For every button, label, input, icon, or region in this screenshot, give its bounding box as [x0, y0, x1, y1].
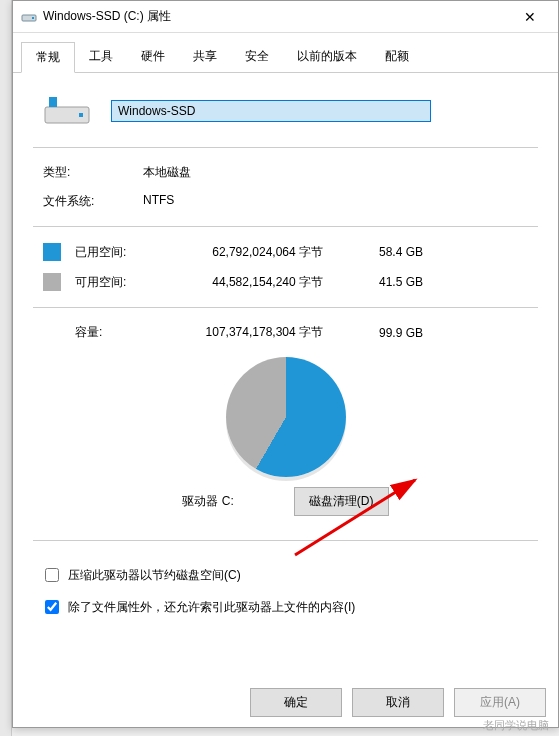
- used-human: 58.4 GB: [343, 245, 423, 259]
- drive-large-icon: [43, 93, 91, 129]
- watermark: 老同学说电脑: [483, 718, 549, 733]
- index-checkbox-row[interactable]: 除了文件属性外，还允许索引此驱动器上文件的内容(I): [41, 591, 538, 623]
- usage-pie-chart: [226, 357, 346, 477]
- free-swatch: [43, 273, 61, 291]
- tab-security[interactable]: 安全: [231, 42, 283, 73]
- capacity-human: 99.9 GB: [343, 326, 423, 340]
- separator: [33, 147, 538, 148]
- drive-caption: 驱动器 C:: [182, 493, 233, 510]
- filesystem-label: 文件系统:: [43, 193, 143, 210]
- properties-window: Windows-SSD (C:) 属性 ✕ 常规 工具 硬件 共享 安全 以前的…: [12, 0, 559, 728]
- tab-bar: 常规 工具 硬件 共享 安全 以前的版本 配额: [13, 37, 558, 73]
- tab-content: 类型: 本地磁盘 文件系统: NTFS 已用空间: 62,792,024,064…: [13, 73, 558, 637]
- type-row: 类型: 本地磁盘: [33, 158, 538, 187]
- filesystem-value: NTFS: [143, 193, 174, 210]
- tab-tools[interactable]: 工具: [75, 42, 127, 73]
- tab-general[interactable]: 常规: [21, 42, 75, 73]
- drive-icon: [21, 9, 37, 25]
- tab-hardware[interactable]: 硬件: [127, 42, 179, 73]
- separator: [33, 307, 538, 308]
- used-swatch: [43, 243, 61, 261]
- compress-checkbox-row[interactable]: 压缩此驱动器以节约磁盘空间(C): [41, 559, 538, 591]
- apply-button[interactable]: 应用(A): [454, 688, 546, 717]
- free-human: 41.5 GB: [343, 275, 423, 289]
- separator: [33, 540, 538, 541]
- pie-chart-wrap: [33, 357, 538, 477]
- svg-rect-1: [32, 17, 34, 19]
- tab-sharing[interactable]: 共享: [179, 42, 231, 73]
- tab-previous[interactable]: 以前的版本: [283, 42, 371, 73]
- ok-button[interactable]: 确定: [250, 688, 342, 717]
- capacity-label: 容量:: [75, 324, 153, 341]
- cleanup-row: 驱动器 C: 磁盘清理(D): [33, 487, 538, 516]
- free-label: 可用空间:: [75, 274, 153, 291]
- free-bytes: 44,582,154,240 字节: [153, 274, 343, 291]
- titlebar: Windows-SSD (C:) 属性 ✕: [13, 1, 558, 33]
- tab-quota[interactable]: 配额: [371, 42, 423, 73]
- used-bytes: 62,792,024,064 字节: [153, 244, 343, 261]
- drive-name-input[interactable]: [111, 100, 431, 122]
- dialog-footer: 确定 取消 应用(A): [250, 688, 546, 717]
- capacity-bytes: 107,374,178,304 字节: [153, 324, 343, 341]
- type-label: 类型:: [43, 164, 143, 181]
- type-value: 本地磁盘: [143, 164, 191, 181]
- filesystem-row: 文件系统: NTFS: [33, 187, 538, 216]
- index-label: 除了文件属性外，还允许索引此驱动器上文件的内容(I): [68, 599, 355, 616]
- svg-rect-3: [49, 97, 57, 107]
- index-checkbox[interactable]: [45, 600, 59, 614]
- compress-label: 压缩此驱动器以节约磁盘空间(C): [68, 567, 241, 584]
- drive-header: [33, 93, 538, 129]
- window-title: Windows-SSD (C:) 属性: [43, 8, 510, 25]
- used-space-row: 已用空间: 62,792,024,064 字节 58.4 GB: [43, 237, 538, 267]
- close-button[interactable]: ✕: [510, 1, 550, 33]
- used-label: 已用空间:: [75, 244, 153, 261]
- cancel-button[interactable]: 取消: [352, 688, 444, 717]
- free-space-row: 可用空间: 44,582,154,240 字节 41.5 GB: [43, 267, 538, 297]
- svg-rect-4: [79, 113, 83, 117]
- capacity-row: 容量: 107,374,178,304 字节 99.9 GB: [33, 318, 538, 347]
- disk-cleanup-button[interactable]: 磁盘清理(D): [294, 487, 389, 516]
- separator: [33, 226, 538, 227]
- compress-checkbox[interactable]: [45, 568, 59, 582]
